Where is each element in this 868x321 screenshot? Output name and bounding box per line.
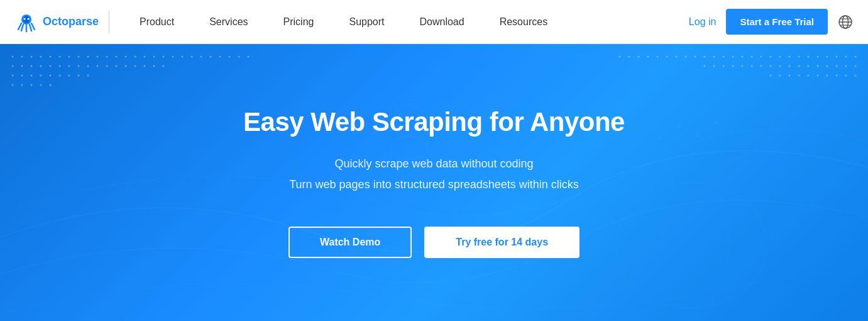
svg-point-51 (163, 65, 165, 67)
nav-actions: Log in Start a Free Trial (689, 9, 853, 35)
svg-point-71 (666, 56, 668, 58)
hero-buttons: Watch Demo Try free for 14 days (288, 227, 580, 258)
free-trial-button[interactable]: Start a Free Trial (726, 9, 828, 35)
svg-point-118 (855, 75, 857, 77)
svg-point-101 (789, 65, 791, 67)
svg-point-29 (201, 56, 202, 58)
svg-point-15 (69, 56, 70, 58)
hero-content: Easy Web Scraping for Anyone Quickly scr… (218, 107, 650, 258)
svg-point-26 (172, 56, 174, 58)
nav-item-download[interactable]: Download (402, 0, 482, 44)
svg-point-46 (116, 65, 118, 67)
svg-point-69 (647, 56, 649, 58)
svg-point-127 (677, 124, 681, 128)
svg-point-31 (219, 56, 221, 58)
svg-point-21 (125, 56, 127, 58)
svg-point-57 (59, 75, 61, 77)
hero-title: Easy Web Scraping for Anyone (243, 107, 625, 137)
svg-point-108 (855, 65, 857, 67)
svg-point-79 (742, 56, 744, 58)
svg-point-99 (770, 65, 772, 67)
svg-point-111 (789, 75, 791, 77)
svg-point-48 (135, 65, 136, 67)
svg-point-98 (761, 65, 762, 67)
nav-links: Product Services Pricing Support Downloa… (122, 0, 689, 44)
svg-point-78 (732, 56, 734, 58)
svg-point-103 (808, 65, 810, 67)
svg-point-13 (50, 56, 52, 58)
svg-point-62 (21, 84, 23, 86)
svg-point-16 (78, 56, 80, 58)
svg-point-107 (845, 65, 847, 67)
svg-point-36 (21, 65, 23, 67)
svg-point-94 (723, 65, 725, 67)
svg-point-63 (31, 84, 33, 86)
svg-point-72 (676, 56, 678, 58)
svg-point-52 (12, 75, 14, 77)
svg-point-85 (798, 56, 800, 58)
nav-item-product[interactable]: Product (122, 0, 192, 44)
brand-logo-link[interactable]: Octoparse (15, 11, 109, 33)
watch-demo-button[interactable]: Watch Demo (288, 227, 412, 258)
nav-item-services[interactable]: Services (192, 0, 265, 44)
nav-item-pricing[interactable]: Pricing (266, 0, 332, 44)
svg-point-88 (827, 56, 828, 58)
svg-point-49 (144, 65, 146, 67)
svg-point-9 (12, 56, 14, 58)
svg-point-14 (59, 56, 61, 58)
svg-point-41 (69, 65, 70, 67)
svg-point-83 (779, 56, 781, 58)
svg-point-60 (87, 75, 89, 77)
svg-point-28 (191, 56, 193, 58)
hero-subtitle: Quickly scrape web data without coding T… (289, 155, 579, 196)
svg-point-37 (31, 65, 33, 67)
svg-point-90 (845, 56, 847, 58)
svg-point-120 (654, 183, 729, 308)
login-link[interactable]: Log in (689, 16, 717, 28)
svg-point-27 (182, 56, 184, 58)
svg-point-95 (732, 65, 734, 67)
svg-point-39 (50, 65, 52, 67)
svg-point-40 (59, 65, 61, 67)
svg-point-59 (78, 75, 80, 77)
svg-point-100 (779, 65, 781, 67)
svg-point-66 (619, 56, 621, 58)
nav-item-resources[interactable]: Resources (482, 0, 565, 44)
svg-point-68 (638, 56, 640, 58)
navbar: Octoparse Product Services Pricing Suppo… (0, 0, 868, 44)
svg-point-43 (87, 65, 89, 67)
svg-point-114 (817, 75, 819, 77)
svg-point-129 (715, 121, 718, 125)
svg-point-12 (40, 56, 42, 58)
svg-point-80 (751, 56, 753, 58)
svg-point-112 (798, 75, 800, 77)
svg-point-102 (798, 65, 800, 67)
nav-item-support[interactable]: Support (331, 0, 402, 44)
svg-point-32 (229, 56, 231, 58)
try-free-button[interactable]: Try free for 14 days (424, 227, 580, 258)
svg-point-3 (28, 18, 30, 20)
svg-point-58 (69, 75, 70, 77)
svg-point-10 (21, 56, 23, 58)
svg-point-18 (97, 56, 99, 58)
svg-point-19 (106, 56, 108, 58)
svg-point-65 (50, 84, 52, 86)
svg-point-87 (817, 56, 819, 58)
svg-point-75 (704, 56, 706, 58)
hero-subtitle-line1: Quickly scrape web data without coding (289, 155, 579, 173)
svg-point-54 (31, 75, 33, 77)
svg-point-64 (40, 84, 42, 86)
svg-point-126 (658, 137, 662, 140)
language-selector-icon[interactable] (838, 14, 853, 30)
svg-point-91 (855, 56, 857, 58)
svg-point-104 (817, 65, 819, 67)
svg-point-82 (770, 56, 772, 58)
svg-point-109 (770, 75, 772, 77)
octoparse-logo-icon (15, 11, 38, 33)
svg-point-89 (836, 56, 838, 58)
svg-point-34 (248, 56, 250, 58)
svg-point-25 (163, 56, 165, 58)
svg-point-86 (808, 56, 810, 58)
svg-point-117 (845, 75, 847, 77)
hero-dots-top-right (610, 50, 862, 88)
